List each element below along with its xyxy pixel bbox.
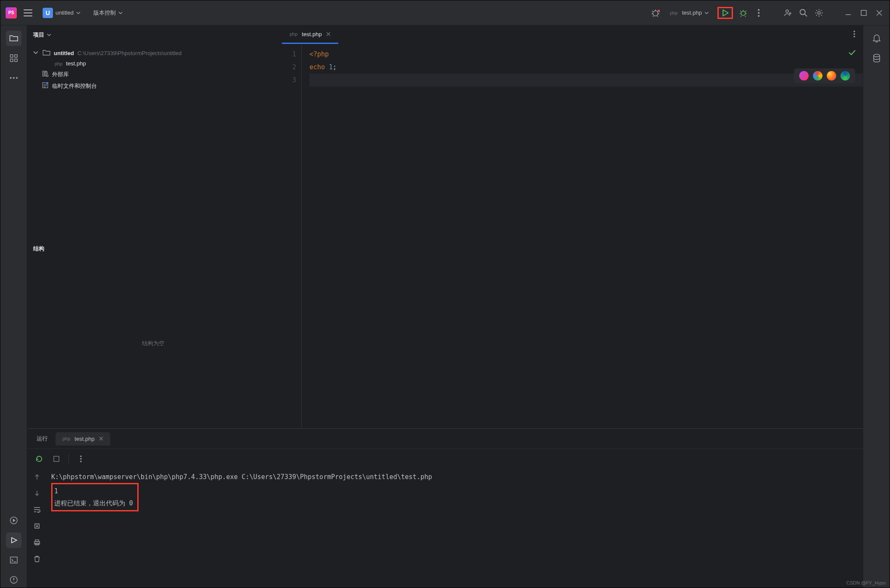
php-file-icon: php (290, 31, 297, 37)
browser-preview-bar (794, 68, 855, 83)
minimize-icon[interactable] (843, 8, 853, 18)
watermark: CSDN @FY_Hypo (847, 580, 886, 585)
chrome-preview-icon[interactable] (813, 71, 822, 80)
svg-point-14 (13, 77, 15, 79)
scratches-label: 临时文件和控制台 (52, 82, 97, 90)
arrow-up-icon[interactable] (32, 472, 42, 482)
line-number: 1 (279, 48, 296, 61)
structure-panel-header: 结构 (27, 239, 279, 258)
structure-empty: 结构为空 (27, 258, 279, 428)
project-tool-button[interactable] (6, 31, 22, 46)
project-tree: untitled C:\Users\27339\PhpstormProjects… (27, 44, 279, 239)
editor-tab-label: test.php (302, 31, 321, 37)
code-token: ; (333, 63, 337, 71)
svg-point-3 (758, 12, 760, 14)
edge-preview-icon[interactable] (841, 71, 850, 80)
code-content[interactable]: <?php echo 1; (302, 44, 863, 428)
library-icon (42, 70, 49, 78)
svg-point-1 (741, 11, 745, 15)
run-tab-label: test.php (74, 436, 94, 442)
svg-point-25 (80, 455, 82, 457)
search-icon[interactable] (798, 8, 809, 18)
chevron-down-icon[interactable] (33, 50, 39, 56)
tree-root-label: untitled (54, 50, 74, 56)
tree-file-label: test.php (66, 60, 86, 67)
code-editor[interactable]: 1 2 3 <?php echo 1; (279, 44, 863, 428)
close-icon[interactable] (874, 8, 884, 18)
maximize-icon[interactable] (859, 8, 869, 18)
svg-point-0 (653, 11, 658, 16)
gear-icon[interactable] (814, 8, 824, 18)
run-config-dropdown[interactable]: php test.php (666, 8, 712, 18)
hamburger-icon[interactable] (23, 8, 33, 18)
editor-tab[interactable]: php test.php (282, 25, 338, 44)
arrow-down-icon[interactable] (32, 488, 42, 498)
print-icon[interactable] (32, 537, 42, 548)
chevron-down-icon[interactable] (47, 33, 51, 37)
project-dropdown[interactable]: U untitled (39, 6, 84, 20)
exit-line: 进程已结束，退出代码为 0 (54, 497, 133, 509)
tree-file[interactable]: php test.php (30, 59, 276, 68)
run-tab[interactable]: php test.php (56, 432, 110, 446)
tree-root[interactable]: untitled C:\Users\27339\PhpstormProjects… (30, 48, 276, 59)
title-bar: PS U untitled 版本控制 php test.php (0, 0, 890, 25)
run-button[interactable] (717, 7, 733, 19)
output-line: 1 (54, 485, 133, 497)
more-vert-icon[interactable] (76, 454, 86, 464)
stop-icon[interactable] (51, 454, 62, 464)
code-token: <?php (309, 50, 329, 58)
problems-tool-button[interactable] (6, 572, 22, 588)
project-panel-header: 项目 (27, 25, 279, 44)
run-config-label: test.php (682, 9, 702, 16)
tree-external-libs[interactable]: 外部库 (30, 68, 276, 80)
vcs-label: 版本控制 (93, 9, 116, 17)
chevron-down-icon (76, 11, 80, 15)
services-tool-button[interactable] (6, 513, 22, 528)
database-tool-button[interactable] (869, 50, 884, 66)
code-with-me-icon[interactable] (783, 8, 793, 18)
run-tool-button[interactable] (6, 532, 22, 548)
chevron-down-icon (118, 11, 123, 15)
tree-root-path: C:\Users\27339\PhpstormProjects\untitled (77, 50, 182, 56)
svg-point-22 (853, 33, 855, 35)
structure-empty-label: 结构为空 (142, 340, 164, 347)
rerun-icon[interactable] (34, 454, 44, 464)
php-file-icon: php (62, 436, 70, 441)
svg-point-7 (818, 12, 820, 14)
exit-prefix: 进程已结束，退出代码为 (54, 499, 129, 507)
vcs-dropdown[interactable]: 版本控制 (90, 7, 126, 19)
structure-panel-title: 结构 (33, 245, 44, 253)
firefox-preview-icon[interactable] (827, 71, 836, 80)
svg-point-31 (874, 54, 880, 57)
svg-point-26 (80, 458, 82, 460)
run-command-line: K:\phpstorm\wampserver\bin\php\php7.4.33… (51, 471, 859, 483)
project-panel-title: 项目 (33, 31, 44, 39)
debug-button[interactable] (738, 8, 748, 18)
notifications-tool-button[interactable] (869, 31, 884, 46)
right-tool-stripe (863, 25, 890, 588)
run-panel-title: 运行 (32, 435, 52, 443)
soft-wrap-icon[interactable] (32, 504, 42, 515)
close-tab-icon[interactable] (326, 31, 331, 37)
scroll-to-end-icon[interactable] (32, 521, 42, 531)
tab-more-icon[interactable] (846, 31, 863, 39)
svg-rect-24 (54, 456, 59, 461)
run-gutter (27, 468, 47, 588)
code-token: echo (309, 63, 325, 71)
code-token (325, 63, 329, 71)
inspection-ok-icon[interactable] (848, 50, 856, 57)
code-token: 1 (329, 63, 333, 71)
php-badge-icon: php (670, 10, 677, 15)
close-tab-icon[interactable] (99, 436, 103, 442)
terminal-tool-button[interactable] (6, 552, 22, 568)
run-output[interactable]: K:\phpstorm\wampserver\bin\php\php7.4.33… (47, 468, 863, 588)
trash-icon[interactable] (32, 554, 42, 564)
more-vert-icon[interactable] (754, 8, 764, 18)
more-tools-button[interactable] (6, 70, 22, 86)
structure-tool-button[interactable] (6, 50, 22, 66)
svg-rect-17 (10, 557, 17, 563)
php-file-icon: php (55, 61, 62, 66)
phpstorm-preview-icon[interactable] (799, 71, 809, 80)
tree-scratches[interactable]: 临时文件和控制台 (30, 80, 276, 92)
bug-stop-icon[interactable] (651, 8, 661, 18)
